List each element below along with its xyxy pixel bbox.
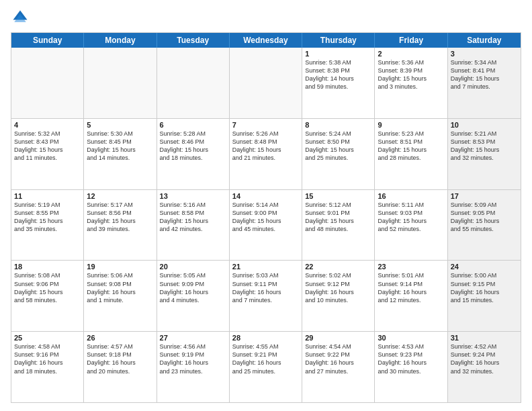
calendar-cell: 29Sunrise: 4:54 AM Sunset: 9:22 PM Dayli…: [302, 332, 375, 402]
calendar-cell: 6Sunrise: 5:28 AM Sunset: 8:46 PM Daylig…: [157, 119, 230, 189]
calendar-cell: 18Sunrise: 5:08 AM Sunset: 9:06 PM Dayli…: [11, 261, 84, 331]
cell-info: Sunrise: 5:28 AM Sunset: 8:46 PM Dayligh…: [160, 130, 226, 163]
calendar-header: SundayMondayTuesdayWednesdayThursdayFrid…: [11, 33, 521, 48]
day-number: 15: [305, 192, 371, 200]
day-number: 11: [14, 192, 81, 200]
cell-info: Sunrise: 4:52 AM Sunset: 9:24 PM Dayligh…: [451, 342, 518, 375]
cell-info: Sunrise: 5:16 AM Sunset: 8:58 PM Dayligh…: [160, 201, 226, 234]
day-number: 27: [160, 334, 226, 342]
calendar-cell: 19Sunrise: 5:06 AM Sunset: 9:08 PM Dayli…: [84, 261, 157, 331]
day-number: 21: [232, 263, 299, 271]
header-day: Friday: [375, 33, 447, 48]
day-number: 31: [451, 334, 518, 342]
cell-info: Sunrise: 5:03 AM Sunset: 9:11 PM Dayligh…: [232, 271, 299, 304]
calendar-cell: [230, 48, 302, 118]
day-number: 14: [232, 192, 299, 200]
day-number: 29: [305, 334, 371, 342]
calendar-week: 18Sunrise: 5:08 AM Sunset: 9:06 PM Dayli…: [11, 261, 521, 332]
day-number: 22: [305, 263, 371, 271]
cell-info: Sunrise: 5:36 AM Sunset: 8:39 PM Dayligh…: [378, 58, 444, 91]
cell-info: Sunrise: 5:21 AM Sunset: 8:53 PM Dayligh…: [451, 130, 518, 163]
cell-info: Sunrise: 5:06 AM Sunset: 9:08 PM Dayligh…: [87, 271, 153, 304]
cell-info: Sunrise: 5:01 AM Sunset: 9:14 PM Dayligh…: [378, 271, 444, 304]
day-number: 6: [160, 121, 226, 129]
cell-info: Sunrise: 4:54 AM Sunset: 9:22 PM Dayligh…: [305, 342, 371, 375]
calendar-cell: 5Sunrise: 5:30 AM Sunset: 8:45 PM Daylig…: [84, 119, 157, 189]
cell-info: Sunrise: 5:09 AM Sunset: 9:05 PM Dayligh…: [451, 201, 518, 234]
calendar-cell: 14Sunrise: 5:14 AM Sunset: 9:00 PM Dayli…: [230, 190, 302, 261]
calendar-cell: [157, 48, 230, 118]
day-number: 1: [305, 50, 371, 58]
day-number: 17: [451, 192, 518, 200]
calendar-cell: 9Sunrise: 5:23 AM Sunset: 8:51 PM Daylig…: [375, 119, 447, 189]
day-number: 18: [14, 263, 81, 271]
calendar-cell: 16Sunrise: 5:11 AM Sunset: 9:03 PM Dayli…: [375, 190, 447, 261]
day-number: 30: [378, 334, 444, 342]
calendar-cell: 28Sunrise: 4:55 AM Sunset: 9:21 PM Dayli…: [230, 332, 302, 402]
day-number: 4: [14, 121, 81, 129]
header-day: Wednesday: [230, 33, 302, 48]
calendar-cell: 1Sunrise: 5:38 AM Sunset: 8:38 PM Daylig…: [302, 48, 375, 118]
calendar-cell: 21Sunrise: 5:03 AM Sunset: 9:11 PM Dayli…: [230, 261, 302, 331]
calendar-cell: 24Sunrise: 5:00 AM Sunset: 9:15 PM Dayli…: [448, 261, 521, 331]
calendar-cell: 13Sunrise: 5:16 AM Sunset: 8:58 PM Dayli…: [157, 190, 230, 261]
logo-icon: [11, 8, 30, 27]
cell-info: Sunrise: 5:02 AM Sunset: 9:12 PM Dayligh…: [305, 271, 371, 304]
header-day: Saturday: [448, 33, 521, 48]
calendar-cell: 11Sunrise: 5:19 AM Sunset: 8:55 PM Dayli…: [11, 190, 84, 261]
calendar-cell: 4Sunrise: 5:32 AM Sunset: 8:43 PM Daylig…: [11, 119, 84, 189]
header: [11, 8, 521, 27]
day-number: 5: [87, 121, 153, 129]
cell-info: Sunrise: 5:38 AM Sunset: 8:38 PM Dayligh…: [305, 58, 371, 91]
logo: [11, 8, 32, 27]
cell-info: Sunrise: 5:34 AM Sunset: 8:41 PM Dayligh…: [451, 58, 518, 91]
calendar-cell: 20Sunrise: 5:05 AM Sunset: 9:09 PM Dayli…: [157, 261, 230, 331]
calendar-cell: 7Sunrise: 5:26 AM Sunset: 8:48 PM Daylig…: [230, 119, 302, 189]
day-number: 2: [378, 50, 444, 58]
cell-info: Sunrise: 5:30 AM Sunset: 8:45 PM Dayligh…: [87, 130, 153, 163]
calendar-week: 1Sunrise: 5:38 AM Sunset: 8:38 PM Daylig…: [11, 48, 521, 119]
calendar-cell: 3Sunrise: 5:34 AM Sunset: 8:41 PM Daylig…: [448, 48, 521, 118]
calendar: SundayMondayTuesdayWednesdayThursdayFrid…: [11, 32, 521, 403]
cell-info: Sunrise: 5:05 AM Sunset: 9:09 PM Dayligh…: [160, 271, 226, 304]
day-number: 3: [451, 50, 518, 58]
day-number: 26: [87, 334, 153, 342]
calendar-week: 11Sunrise: 5:19 AM Sunset: 8:55 PM Dayli…: [11, 190, 521, 261]
header-day: Monday: [84, 33, 157, 48]
calendar-cell: 10Sunrise: 5:21 AM Sunset: 8:53 PM Dayli…: [448, 119, 521, 189]
cell-info: Sunrise: 5:08 AM Sunset: 9:06 PM Dayligh…: [14, 271, 81, 304]
cell-info: Sunrise: 5:32 AM Sunset: 8:43 PM Dayligh…: [14, 130, 81, 163]
day-number: 16: [378, 192, 444, 200]
calendar-cell: 26Sunrise: 4:57 AM Sunset: 9:18 PM Dayli…: [84, 332, 157, 402]
cell-info: Sunrise: 5:11 AM Sunset: 9:03 PM Dayligh…: [378, 201, 444, 234]
calendar-cell: 15Sunrise: 5:12 AM Sunset: 9:01 PM Dayli…: [302, 190, 375, 261]
day-number: 8: [305, 121, 371, 129]
calendar-week: 25Sunrise: 4:58 AM Sunset: 9:16 PM Dayli…: [11, 332, 521, 402]
day-number: 10: [451, 121, 518, 129]
cell-info: Sunrise: 4:58 AM Sunset: 9:16 PM Dayligh…: [14, 342, 81, 375]
day-number: 24: [451, 263, 518, 271]
day-number: 9: [378, 121, 444, 129]
cell-info: Sunrise: 4:57 AM Sunset: 9:18 PM Dayligh…: [87, 342, 153, 375]
day-number: 12: [87, 192, 153, 200]
cell-info: Sunrise: 5:17 AM Sunset: 8:56 PM Dayligh…: [87, 201, 153, 234]
day-number: 13: [160, 192, 226, 200]
cell-info: Sunrise: 5:14 AM Sunset: 9:00 PM Dayligh…: [232, 201, 299, 234]
day-number: 20: [160, 263, 226, 271]
header-day: Tuesday: [157, 33, 230, 48]
day-number: 7: [232, 121, 299, 129]
calendar-cell: 23Sunrise: 5:01 AM Sunset: 9:14 PM Dayli…: [375, 261, 447, 331]
header-day: Sunday: [11, 33, 84, 48]
calendar-cell: 2Sunrise: 5:36 AM Sunset: 8:39 PM Daylig…: [375, 48, 447, 118]
cell-info: Sunrise: 5:12 AM Sunset: 9:01 PM Dayligh…: [305, 201, 371, 234]
calendar-cell: 25Sunrise: 4:58 AM Sunset: 9:16 PM Dayli…: [11, 332, 84, 402]
cell-info: Sunrise: 5:24 AM Sunset: 8:50 PM Dayligh…: [305, 130, 371, 163]
cell-info: Sunrise: 5:19 AM Sunset: 8:55 PM Dayligh…: [14, 201, 81, 234]
calendar-cell: 22Sunrise: 5:02 AM Sunset: 9:12 PM Dayli…: [302, 261, 375, 331]
cell-info: Sunrise: 4:56 AM Sunset: 9:19 PM Dayligh…: [160, 342, 226, 375]
cell-info: Sunrise: 5:23 AM Sunset: 8:51 PM Dayligh…: [378, 130, 444, 163]
calendar-cell: [84, 48, 157, 118]
calendar-body: 1Sunrise: 5:38 AM Sunset: 8:38 PM Daylig…: [11, 48, 521, 402]
calendar-cell: 31Sunrise: 4:52 AM Sunset: 9:24 PM Dayli…: [448, 332, 521, 402]
calendar-cell: [11, 48, 84, 118]
